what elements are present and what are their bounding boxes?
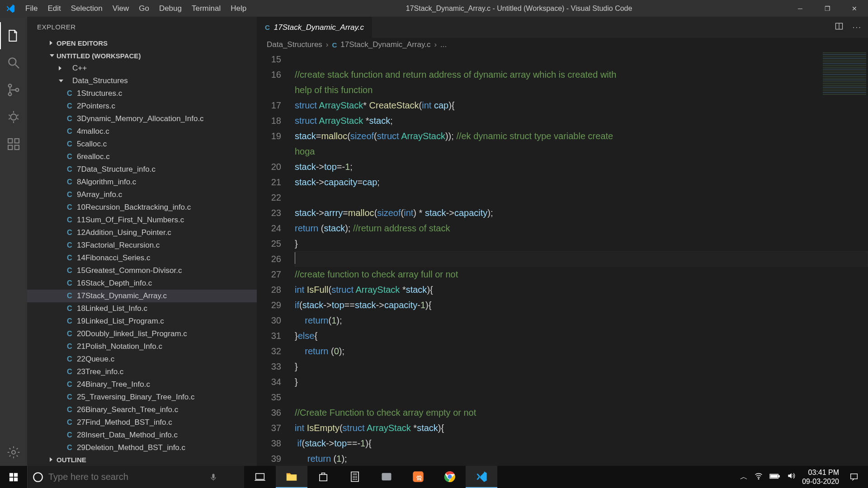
wifi-icon[interactable] — [754, 471, 763, 483]
start-button[interactable] — [0, 466, 27, 488]
taskbar-search[interactable] — [27, 466, 244, 488]
file-item[interactable]: C12Addition_Using_Pointer.c — [27, 226, 257, 239]
menu-edit[interactable]: Edit — [42, 0, 66, 17]
file-label: 3Dynamic_Memory_Allocation_Info.c — [77, 114, 204, 123]
cortana-icon[interactable] — [28, 471, 48, 483]
file-item[interactable]: C27Find_Method_BST_info.c — [27, 416, 257, 429]
file-item[interactable]: C16Stack_Depth_info.c — [27, 277, 257, 290]
file-item[interactable]: C11Sum_Of_First_N_Numbers.c — [27, 214, 257, 226]
calculator-icon[interactable] — [339, 466, 371, 488]
menu-terminal[interactable]: Terminal — [187, 0, 226, 17]
c-file-icon: C — [67, 165, 72, 174]
app-icon-grey[interactable] — [371, 466, 402, 488]
file-item[interactable]: C24Binary_Tree_Info.c — [27, 378, 257, 391]
close-button[interactable]: ✕ — [841, 0, 868, 17]
file-item[interactable]: C10Recursion_Backtracking_info.c — [27, 201, 257, 214]
svg-point-9 — [12, 450, 15, 454]
chevron-right-icon: › — [434, 40, 437, 49]
file-item[interactable]: C9Array_info.c — [27, 188, 257, 201]
folder-cpp[interactable]: C++ — [27, 62, 257, 75]
menu-view[interactable]: View — [108, 0, 134, 17]
split-editor-icon[interactable] — [835, 22, 844, 33]
svg-rect-6 — [8, 145, 12, 150]
file-item[interactable]: C4malloc.c — [27, 125, 257, 138]
file-item[interactable]: C29Deletion_Method_BST_info.c — [27, 441, 257, 453]
folder-data-structures[interactable]: Data_Structures — [27, 75, 257, 87]
file-item[interactable]: C26Binary_Search_Tree_info.c — [27, 404, 257, 416]
file-item[interactable]: C13Factorial_Recursion.c — [27, 239, 257, 252]
search-icon[interactable] — [0, 49, 27, 76]
tray-chevron-icon[interactable]: ︿ — [740, 472, 748, 482]
c-file-icon: C — [265, 23, 270, 31]
file-item[interactable]: C6realloc.c — [27, 150, 257, 163]
menu-selection[interactable]: Selection — [66, 0, 108, 17]
minimap[interactable] — [821, 52, 868, 178]
more-actions-icon[interactable]: ··· — [853, 23, 862, 32]
c-file-icon: C — [332, 41, 337, 49]
file-item[interactable]: C23Tree_info.c — [27, 366, 257, 378]
mic-icon[interactable] — [202, 473, 225, 482]
task-view-icon[interactable] — [244, 466, 276, 488]
file-item[interactable]: C18Linked_List_Info.c — [27, 302, 257, 315]
c-file-icon: C — [67, 305, 72, 313]
editor-area: C 17Stack_Dynamic_Array.c ··· Data_Struc… — [257, 17, 868, 466]
search-input[interactable] — [48, 472, 202, 482]
file-item[interactable]: C19Linked_List_Program.c — [27, 315, 257, 328]
file-explorer-icon[interactable] — [276, 466, 307, 488]
vscode-logo-icon — [0, 4, 20, 14]
file-item[interactable]: C5calloc.c — [27, 138, 257, 150]
chrome-icon[interactable] — [434, 466, 466, 488]
svg-rect-16 — [212, 474, 215, 478]
c-file-icon: C — [67, 89, 72, 98]
file-item[interactable]: C3Dynamic_Memory_Allocation_Info.c — [27, 113, 257, 125]
breadcrumbs[interactable]: Data_Structures › C 17Stack_Dynamic_Arra… — [257, 38, 868, 52]
vscode-app-icon[interactable] — [466, 466, 497, 488]
workspace-section[interactable]: UNTITLED (WORKSPACE) — [27, 49, 257, 62]
outline-section[interactable]: OUTLINE — [27, 453, 257, 466]
menu-help[interactable]: Help — [226, 0, 251, 17]
maximize-button[interactable]: ❐ — [814, 0, 841, 17]
file-item[interactable]: C25_Traversing_Binary_Tree_Info.c — [27, 391, 257, 404]
xampp-icon[interactable]: ဣ — [402, 466, 434, 488]
code-editor[interactable]: 1516171819202122232425262728293031323334… — [257, 52, 868, 466]
explorer-icon[interactable] — [0, 22, 27, 49]
c-file-icon: C — [67, 229, 72, 237]
tab-open-file[interactable]: C 17Stack_Dynamic_Array.c — [257, 17, 372, 38]
menu-debug[interactable]: Debug — [154, 0, 187, 17]
notifications-icon[interactable] — [845, 472, 863, 482]
battery-icon[interactable] — [769, 473, 780, 482]
file-item[interactable]: C1Structures.c — [27, 87, 257, 100]
file-item[interactable]: C22Queue.c — [27, 353, 257, 366]
clock[interactable]: 03:41 PM 09-03-2020 — [802, 468, 839, 486]
file-item[interactable]: C21Polish_Notation_Info.c — [27, 340, 257, 353]
menu-file[interactable]: File — [20, 0, 42, 17]
file-item[interactable]: C20Doubly_linked_list_Program.c — [27, 328, 257, 340]
volume-icon[interactable] — [787, 471, 796, 483]
breadcrumb-more[interactable]: ... — [440, 40, 447, 49]
file-item[interactable]: C15Greatest_Common-Divisor.c — [27, 264, 257, 277]
file-item[interactable]: C28Insert_Data_Method_info.c — [27, 429, 257, 441]
windows-taskbar: ဣ ︿ 03:41 PM 09-03-2020 — [0, 466, 868, 488]
source-control-icon[interactable] — [0, 76, 27, 103]
file-item[interactable]: C7Data_Structure_info.c — [27, 163, 257, 176]
code-content[interactable]: //create stack function and return addre… — [295, 52, 868, 466]
file-item[interactable]: C14Fibonacci_Series.c — [27, 252, 257, 264]
open-editors-section[interactable]: OPEN EDITORS — [27, 37, 257, 49]
debug-icon[interactable] — [0, 103, 27, 131]
extensions-icon[interactable] — [0, 131, 27, 158]
file-label: 28Insert_Data_Method_info.c — [77, 431, 178, 440]
menu-go[interactable]: Go — [134, 0, 154, 17]
settings-gear-icon[interactable] — [0, 439, 27, 466]
file-item[interactable]: C2Pointers.c — [27, 100, 257, 113]
minimize-button[interactable]: ─ — [787, 0, 814, 17]
breadcrumb-folder[interactable]: Data_Structures — [267, 40, 322, 49]
c-file-icon: C — [67, 178, 72, 186]
file-label: 11Sum_Of_First_N_Numbers.c — [77, 216, 184, 225]
file-item[interactable]: C17Stack_Dynamic_Array.c — [27, 290, 257, 302]
c-file-icon: C — [67, 406, 72, 414]
microsoft-store-icon[interactable] — [307, 466, 339, 488]
breadcrumb-file[interactable]: 17Stack_Dynamic_Array.c — [340, 40, 430, 49]
title-bar: FileEditSelectionViewGoDebugTerminalHelp… — [0, 0, 868, 17]
file-label: 29Deletion_Method_BST_info.c — [77, 443, 185, 452]
file-item[interactable]: C8Algorithm_info.c — [27, 176, 257, 188]
